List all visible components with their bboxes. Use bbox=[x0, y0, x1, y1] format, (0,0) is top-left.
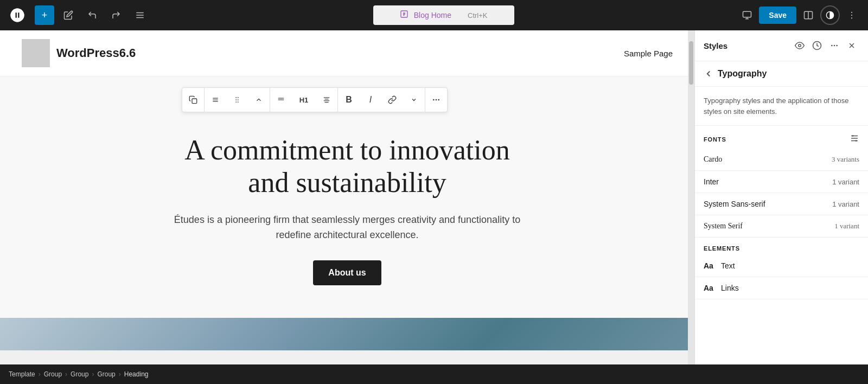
svg-point-17 bbox=[235, 99, 237, 100]
svg-point-34 bbox=[836, 45, 838, 47]
svg-point-13 bbox=[851, 17, 852, 18]
top-bar: + Blog Home Ctrl+K Save bbox=[0, 0, 868, 30]
edit-mode-button[interactable] bbox=[59, 5, 78, 25]
svg-point-19 bbox=[235, 101, 237, 103]
redo-button[interactable] bbox=[106, 5, 126, 25]
element-label-text: Text bbox=[721, 261, 735, 270]
contrast-toggle-button[interactable] bbox=[820, 5, 840, 25]
panel-close-button[interactable] bbox=[844, 38, 859, 53]
drag-handle-button[interactable] bbox=[226, 88, 248, 112]
font-variants-system-serif: 1 variant bbox=[834, 222, 859, 231]
font-variants-system-sans: 1 variant bbox=[832, 200, 859, 208]
editor-canvas: H1 B I bbox=[0, 76, 694, 350]
toolbar-group-block-type bbox=[205, 88, 270, 112]
fonts-section-label: FONTS bbox=[695, 126, 868, 149]
italic-button[interactable]: I bbox=[360, 88, 381, 112]
bold-button[interactable]: B bbox=[338, 88, 360, 112]
font-name-system-sans: System Sans-serif bbox=[704, 200, 765, 208]
blog-home-label: Blog Home bbox=[414, 11, 451, 20]
shortcut-label: Ctrl+K bbox=[468, 11, 487, 20]
toolbar-group-more bbox=[425, 88, 447, 112]
canvas-content: WordPress6.6 Sample Page bbox=[0, 30, 694, 364]
svg-point-16 bbox=[238, 97, 239, 98]
element-aa-text: Aa bbox=[704, 261, 716, 270]
copy-block-button[interactable] bbox=[182, 88, 204, 112]
topbar-center: Blog Home Ctrl+K bbox=[154, 5, 733, 25]
more-format-button[interactable] bbox=[403, 88, 425, 112]
about-us-button[interactable]: About us bbox=[313, 260, 381, 285]
blog-icon bbox=[400, 10, 409, 21]
text-align-button[interactable] bbox=[316, 88, 337, 112]
scrollbar-thumb[interactable] bbox=[689, 41, 693, 85]
add-block-button[interactable]: + bbox=[35, 5, 54, 25]
svg-rect-23 bbox=[324, 97, 330, 98]
font-name-system-serif: System Serif bbox=[704, 222, 743, 231]
element-aa-links: Aa bbox=[704, 284, 716, 292]
font-name-inter: Inter bbox=[704, 177, 719, 186]
svg-point-30 bbox=[799, 44, 801, 47]
fonts-settings-icon[interactable] bbox=[850, 133, 859, 145]
svg-point-20 bbox=[238, 101, 239, 103]
typography-section-title: Typography bbox=[718, 69, 767, 79]
font-row-inter[interactable]: Inter 1 variant bbox=[695, 171, 868, 193]
breadcrumb-template[interactable]: Template bbox=[9, 370, 35, 378]
gradient-section bbox=[0, 318, 694, 350]
undo-button[interactable] bbox=[82, 5, 102, 25]
svg-point-18 bbox=[238, 99, 239, 100]
svg-rect-24 bbox=[325, 99, 329, 99]
styles-view-button[interactable] bbox=[792, 38, 807, 53]
canvas-wrapper: WordPress6.6 Sample Page bbox=[0, 30, 694, 364]
list-view-button[interactable] bbox=[130, 5, 150, 25]
hero-heading[interactable]: A commitment to innovation and sustainab… bbox=[168, 134, 526, 199]
svg-point-12 bbox=[851, 15, 852, 16]
element-row-links[interactable]: Aa Links bbox=[695, 277, 868, 299]
more-options-toolbar-button[interactable] bbox=[425, 88, 447, 112]
breadcrumb-heading[interactable]: Heading bbox=[124, 370, 149, 378]
more-options-button[interactable] bbox=[842, 5, 861, 25]
panel-header-icons bbox=[792, 38, 859, 53]
styles-history-button[interactable] bbox=[809, 38, 825, 53]
main-layout: WordPress6.6 Sample Page bbox=[0, 30, 868, 364]
back-button[interactable] bbox=[704, 69, 713, 79]
split-view-button[interactable] bbox=[799, 5, 818, 25]
align-button[interactable] bbox=[270, 88, 292, 112]
breadcrumb-group-1[interactable]: Group bbox=[44, 370, 62, 378]
save-button[interactable]: Save bbox=[759, 7, 796, 24]
svg-point-11 bbox=[851, 12, 852, 13]
link-button[interactable] bbox=[381, 88, 403, 112]
hero-content: A commitment to innovation and sustainab… bbox=[157, 112, 537, 307]
heading-level-button[interactable]: H1 bbox=[292, 88, 316, 112]
panel-title: Styles bbox=[704, 41, 727, 50]
svg-rect-14 bbox=[192, 99, 197, 104]
site-logo-area: WordPress6.6 bbox=[22, 39, 136, 67]
breadcrumb-group-3[interactable]: Group bbox=[97, 370, 115, 378]
canvas-scrollbar[interactable] bbox=[688, 30, 694, 364]
toolbar-group-copy bbox=[182, 88, 205, 112]
site-nav: Sample Page bbox=[624, 49, 673, 58]
font-variants-inter: 1 variant bbox=[832, 178, 859, 186]
svg-point-15 bbox=[235, 97, 237, 98]
panel-back-header: Typography bbox=[695, 61, 868, 87]
move-block-button[interactable] bbox=[248, 88, 270, 112]
site-header: WordPress6.6 Sample Page bbox=[0, 30, 694, 76]
command-palette-button[interactable]: Blog Home Ctrl+K bbox=[373, 5, 514, 25]
breadcrumb-group-2[interactable]: Group bbox=[71, 370, 88, 378]
svg-rect-22 bbox=[278, 99, 284, 100]
block-type-button[interactable] bbox=[205, 88, 226, 112]
site-logo-image bbox=[22, 39, 50, 67]
nav-item-sample-page[interactable]: Sample Page bbox=[624, 49, 673, 58]
toolbar-group-format: B I bbox=[338, 88, 425, 112]
font-variants-cardo: 3 variants bbox=[832, 155, 859, 164]
font-row-system-sans[interactable]: System Sans-serif 1 variant bbox=[695, 193, 868, 215]
desktop-view-button[interactable] bbox=[737, 5, 757, 25]
wp-logo[interactable] bbox=[7, 4, 28, 26]
svg-point-27 bbox=[433, 99, 435, 101]
font-row-system-serif[interactable]: System Serif 1 variant bbox=[695, 215, 868, 238]
font-row-cardo[interactable]: Cardo 3 variants bbox=[695, 149, 868, 171]
styles-more-button[interactable] bbox=[827, 38, 842, 53]
element-label-links: Links bbox=[721, 284, 739, 292]
hero-subtext[interactable]: Études is a pioneering firm that seamles… bbox=[168, 212, 526, 244]
element-row-text[interactable]: Aa Text bbox=[695, 255, 868, 277]
svg-rect-25 bbox=[324, 100, 330, 101]
svg-point-33 bbox=[834, 45, 835, 47]
